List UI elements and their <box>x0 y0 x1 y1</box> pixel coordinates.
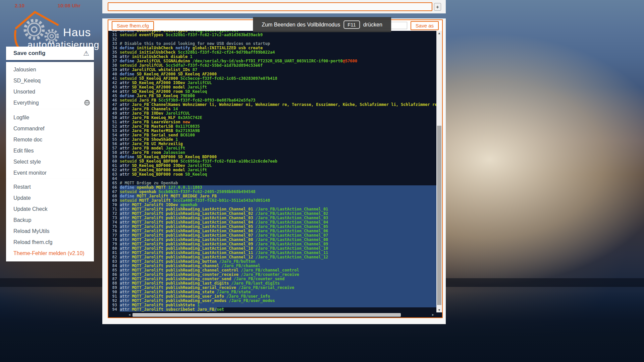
room-menu: JalousienSD_KeeloqUnsortedEverything <box>6 62 94 110</box>
scroll-down-icon[interactable]: ▼ <box>436 308 442 312</box>
line-text: attr MQTT_Jarolift publishState 1 <box>120 303 436 307</box>
line-text: attr MQTT_Jarolift publishReading_button… <box>120 259 436 264</box>
sidebar-item-update-check[interactable]: Update Check <box>6 203 94 215</box>
save-fhem-cfg-button[interactable]: Save fhem.cfg <box>112 21 154 30</box>
code-line: 71attr MQTT_Jarolift publishReading_Last… <box>108 207 436 212</box>
code-token: attr <box>120 89 132 94</box>
code-line: 57attr Jaro_FB model JaroLift <box>108 146 436 150</box>
code-token: Jaro_FB ShowShade <box>132 137 175 142</box>
code-token: 87 <box>193 68 197 72</box>
code-line: 75attr MQTT_Jarolift publishReading_Last… <box>108 225 436 229</box>
gutter-gap <box>117 185 120 190</box>
line-text: attr MQTT_Jarolift publishReading_LastAc… <box>120 255 436 259</box>
code-token: attr <box>120 103 132 107</box>
save-config-button[interactable]: Save config ⚠ <box>6 47 94 60</box>
sidebar-item-remote-doc[interactable]: Remote doc <box>6 134 94 145</box>
gutter-gap <box>117 194 120 198</box>
line-text: attr MQTT_Jarolift publishReading_LastAc… <box>120 220 436 225</box>
gutter-gap <box>117 255 120 259</box>
line-text: attr Jaro_FB Serial_send BC6100 <box>120 133 436 137</box>
sidebar-item-reload-fhem-cfg[interactable]: Reload fhem.cfg <box>6 237 94 248</box>
sidebar-item-label: Jalousien <box>13 67 94 73</box>
sidebar-item-restart[interactable]: Restart <box>6 181 94 192</box>
sidebar-item-everything[interactable]: Everything <box>6 97 94 108</box>
gutter-gap <box>117 37 120 42</box>
code-line: 72attr MQTT_Jarolift publishReading_Last… <box>108 212 436 216</box>
code-line: 66define openhab MQTT 127.0.0.1:1883 <box>108 185 436 190</box>
sidebar-item-unsorted[interactable]: Unsorted <box>6 86 94 97</box>
code-token: attr <box>120 120 132 124</box>
sidebar-item-label: Update <box>13 195 94 201</box>
scroll-left-icon[interactable]: ◄ <box>127 312 132 317</box>
code-area[interactable]: 30define eventTypes eventTypes ./log/eve… <box>108 31 442 312</box>
code-line: 51attr Jaro_FB LearnVersion new <box>108 120 436 124</box>
code-token: MQTT_Jarolift publishReading_LastAction_… <box>132 233 255 238</box>
code-token: /Jaro_FB/LastAction_Channel_04 <box>256 220 328 225</box>
code-token: /Jaro_FB/button <box>219 259 255 264</box>
code-token: /dev/serial/by-id/usb-FTDI_FT232R_USB_UA… <box>193 59 343 63</box>
code-line: 70attr MQTT_Jarolift IODev openhab <box>108 203 436 207</box>
line-text: attr Jaro_FB Channels 14 <box>120 107 436 111</box>
sidebar-item-label: Remote doc <box>13 137 94 143</box>
gutter-gap <box>117 137 120 142</box>
sidebar-item-edit-files[interactable]: Edit files <box>6 145 94 156</box>
warning-icon: ⚠ <box>83 50 89 57</box>
line-text: attr Jaro_FB IODev JarolifCUL <box>120 111 436 116</box>
scroll-up-icon[interactable]: ▲ <box>436 31 442 36</box>
save-as-button[interactable]: Save as <box>411 21 439 30</box>
multiline-plus-button[interactable]: + <box>434 3 441 11</box>
horizontal-scroll-thumb[interactable] <box>132 313 401 317</box>
line-text: attr Jaro_FB MasterMSB 0x27193A9B <box>120 129 436 133</box>
sidebar-item-logfile[interactable]: Logfile <box>6 112 94 123</box>
line-text: attr MQTT_Jarolift publishReading_LastAc… <box>120 216 436 220</box>
code-line: 89attr MQTT_Jarolift publishReading_seri… <box>108 286 436 290</box>
code-token: JaroLift <box>187 168 207 172</box>
vertical-scroll-thumb[interactable] <box>437 126 441 305</box>
theme-error-link[interactable]: Theme-Fehler melden (v2.10) <box>6 248 94 259</box>
scroll-right-icon[interactable]: ► <box>431 312 435 317</box>
sidebar-item-label: Unsorted <box>13 89 94 95</box>
code-token: attr <box>120 220 132 225</box>
line-text <box>120 177 436 181</box>
sidebar-item-reload-myutils[interactable]: Reload MyUtils <box>6 226 94 237</box>
code-lines[interactable]: 30define eventTypes eventTypes ./log/eve… <box>108 31 436 312</box>
sidebar-item-jalousien[interactable]: Jalousien <box>6 64 94 75</box>
code-line: 41setuuid SD_Keeloq_AF2000 5cc5ecce-f33f… <box>108 76 436 81</box>
fullscreen-toast: Zum Beenden des Vollbildmodus F11 drücke… <box>253 17 391 32</box>
sidebar-item-select-style[interactable]: Select style <box>6 156 94 167</box>
sidebar-item-sd-keeloq[interactable]: SD_Keeloq <box>6 75 94 86</box>
code-line: 49attr Jaro_FB IODev JarolifCUL <box>108 111 436 116</box>
sidebar-item-commandref[interactable]: Commandref <box>6 123 94 134</box>
command-input[interactable] <box>108 2 432 11</box>
line-text: attr MQTT_Jarolift publishReading_counte… <box>120 277 436 281</box>
code-token: MQTT_Jarolift <box>139 198 173 203</box>
vertical-scrollbar[interactable]: ▲ ▼ <box>436 31 442 312</box>
code-token: setuuid <box>120 98 139 103</box>
gutter-gap <box>117 220 120 225</box>
sidebar-item-label: Reload fhem.cfg <box>13 239 94 245</box>
code-line: 87attr MQTT_Jarolift publishReading_coun… <box>108 277 436 281</box>
code-token: define <box>120 59 137 63</box>
line-text: attr MQTT_Jarolift publishReading_channe… <box>120 268 436 273</box>
line-text: attr Jaro_FB ChannelNames Wohnzimmer li,… <box>120 103 436 107</box>
line-text: define JarolifCUL SIGNALduino /dev/seria… <box>120 59 436 63</box>
gutter-gap <box>117 68 120 72</box>
line-text: attr MQTT_Jarolift publishReading_state … <box>120 290 436 294</box>
code-token: attr <box>120 277 132 281</box>
code-token: MQTT_Jarolift publishReading_LastAction_… <box>132 229 255 233</box>
code-token: /Jaro_FB/last_digits <box>231 281 280 286</box>
code-token: JaroLift <box>187 85 207 89</box>
code-line: 92attr MQTT_Jarolift publishReading_user… <box>108 299 436 303</box>
code-token: 5cc6956a-f33f-fc62-fd1b-a10bc12c6cde7eeb <box>180 159 277 164</box>
code-token: setuuid <box>120 33 139 37</box>
horizontal-scrollbar[interactable]: ◄ ► <box>108 312 442 317</box>
sidebar-item-event-monitor[interactable]: Event monitor <box>6 167 94 178</box>
sidebar-item-backup[interactable]: Backup <box>6 215 94 226</box>
gutter-gap <box>117 299 120 303</box>
code-line: 69setuuid MQTT_Jarolift 5ccca400-f33f-fc… <box>108 198 436 203</box>
sidebar-item-update[interactable]: Update <box>6 192 94 203</box>
code-token: SD_Keeloq <box>185 89 207 94</box>
code-token: 5cc5dfa7-f33f-fc62-55bd-a1d7b2d894c53e6f <box>166 63 263 68</box>
code-line: 35setuuid initialUsbCheck 5cc328b1-f33f-… <box>108 50 436 55</box>
code-token: MQTT_Jarolift publishReading_LastAction_… <box>132 242 255 246</box>
